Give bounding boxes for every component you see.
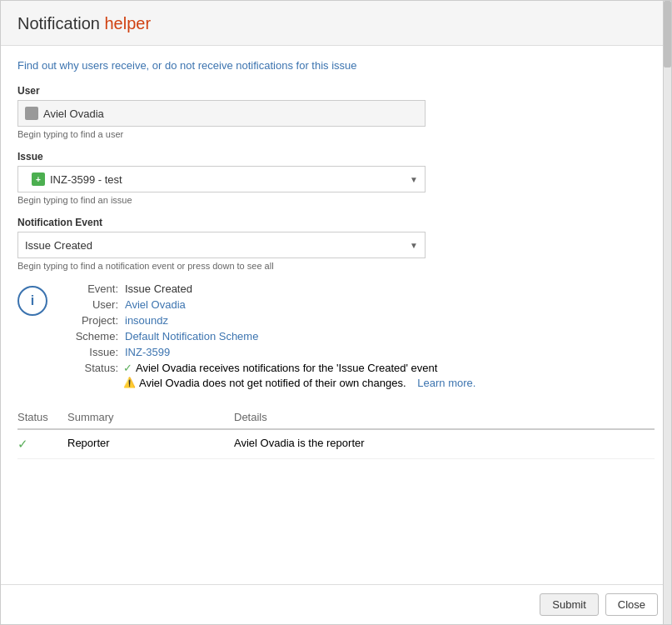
results-table: Status Summary Details ✓ Reporter Aviel … xyxy=(17,406,655,459)
user-value: Aviel Ovadia xyxy=(43,108,104,120)
info-scheme-val[interactable]: Default Notification Scheme xyxy=(125,330,258,342)
status-text-1: Aviel Ovadia receives notifications for … xyxy=(136,362,437,374)
user-hint: Begin typing to find a user xyxy=(17,129,655,139)
info-section: i Event: Issue Created User: Aviel Ovadi… xyxy=(17,282,655,389)
notification-helper-dialog: Notification helper Find out why users r… xyxy=(0,0,672,625)
status-lines: ✓ Aviel Ovadia receives notifications fo… xyxy=(123,362,475,389)
title-notification: Notification xyxy=(17,14,105,32)
warning-icon: ⚠️ xyxy=(123,377,136,388)
issue-select[interactable]: + INZ-3599 - test ▼ xyxy=(17,166,426,192)
issue-value: INZ-3599 - test xyxy=(50,173,122,186)
info-user-val[interactable]: Aviel Ovadia xyxy=(125,298,186,311)
subtitle-text: Find out why users receive, or do not re… xyxy=(17,59,655,72)
info-scheme-key: Scheme: xyxy=(64,330,118,342)
scrollbar[interactable] xyxy=(663,1,671,624)
row-status: ✓ xyxy=(17,429,67,459)
col-details-header: Details xyxy=(234,406,655,429)
event-field-group: Notification Event Issue Created ▼ Begin… xyxy=(17,217,655,271)
event-select[interactable]: Issue Created ▼ xyxy=(17,232,426,258)
info-event-row: Event: Issue Created xyxy=(64,282,475,295)
event-hint: Begin typing to find a notification even… xyxy=(17,261,655,271)
info-status-row: Status: ✓ Aviel Ovadia receives notifica… xyxy=(64,362,475,389)
status-line-2: ⚠️ Aviel Ovadia does not get notified of… xyxy=(123,377,475,389)
user-label: User xyxy=(17,85,655,97)
close-button[interactable]: Close xyxy=(605,593,658,616)
learn-more-link[interactable]: Learn more. xyxy=(417,377,475,389)
user-field-group: User Aviel Ovadia Begin typing to find a… xyxy=(17,85,655,139)
submit-button[interactable]: Submit xyxy=(540,593,598,616)
info-project-key: Project: xyxy=(64,314,118,327)
status-text-2: Aviel Ovadia does not get notified of th… xyxy=(139,377,406,389)
issue-field-group: Issue + INZ-3599 - test ▼ Begin typing t… xyxy=(17,151,655,205)
dialog-footer: Submit Close xyxy=(1,584,671,624)
info-table: Event: Issue Created User: Aviel Ovadia … xyxy=(64,282,475,389)
event-dropdown-arrow-icon: ▼ xyxy=(410,241,418,250)
info-event-key: Event: xyxy=(64,282,118,295)
info-issue-row: Issue: INZ-3599 xyxy=(64,346,475,358)
issue-type-icon: + xyxy=(32,172,45,186)
info-user-row: User: Aviel Ovadia xyxy=(64,298,475,311)
row-details: Aviel Ovadia is the reporter xyxy=(234,429,655,459)
col-status-header: Status xyxy=(17,406,67,429)
table-row: ✓ Reporter Aviel Ovadia is the reporter xyxy=(17,429,655,459)
scrollbar-thumb[interactable] xyxy=(664,1,671,68)
info-issue-key: Issue: xyxy=(64,346,118,358)
info-issue-val[interactable]: INZ-3599 xyxy=(125,346,170,358)
info-status-key: Status: xyxy=(64,362,118,374)
dialog-header: Notification helper xyxy=(1,1,671,46)
issue-label: Issue xyxy=(17,151,655,162)
info-user-key: User: xyxy=(64,298,118,311)
issue-hint: Begin typing to find an issue xyxy=(17,195,655,205)
row-summary: Reporter xyxy=(67,429,234,459)
info-project-row: Project: insoundz xyxy=(64,314,475,327)
user-input[interactable]: Aviel Ovadia xyxy=(17,100,426,127)
info-project-val[interactable]: insoundz xyxy=(125,314,168,327)
dialog-body: Find out why users receive, or do not re… xyxy=(1,46,671,584)
title-helper: helper xyxy=(105,14,152,32)
event-label: Notification Event xyxy=(17,217,655,228)
check-icon: ✓ xyxy=(123,362,132,374)
info-circle-icon: i xyxy=(17,286,47,316)
issue-dropdown-arrow-icon: ▼ xyxy=(410,175,418,184)
col-summary-header: Summary xyxy=(67,406,234,429)
user-avatar-icon xyxy=(25,107,38,120)
event-value: Issue Created xyxy=(25,239,92,252)
table-header-row: Status Summary Details xyxy=(17,406,655,429)
status-line-1: ✓ Aviel Ovadia receives notifications fo… xyxy=(123,362,475,374)
info-scheme-row: Scheme: Default Notification Scheme xyxy=(64,330,475,342)
info-event-val: Issue Created xyxy=(125,282,192,295)
issue-select-inner: + INZ-3599 - test xyxy=(25,172,129,186)
page-title: Notification helper xyxy=(17,14,655,33)
